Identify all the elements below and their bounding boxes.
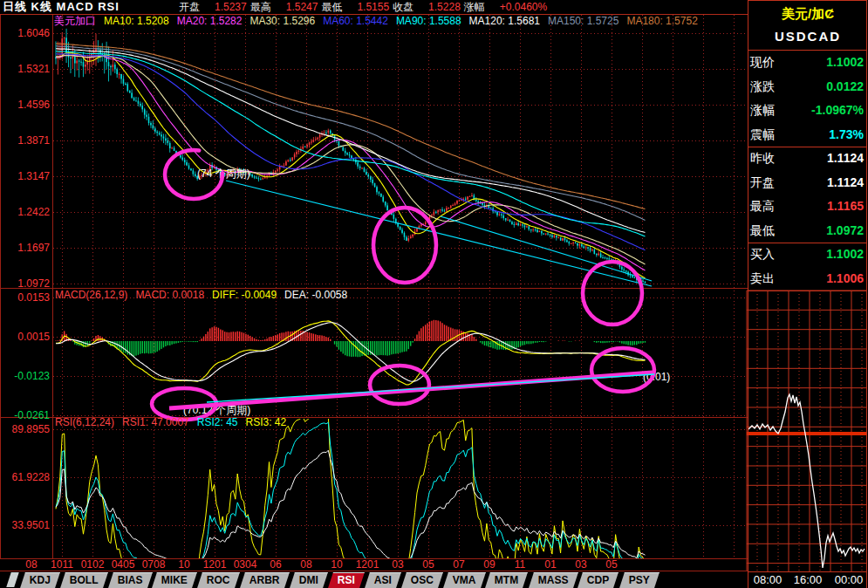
ma-value-item: MA150: 1.5725 [548,15,619,27]
quote-row: 开盘1.1124 [750,171,864,195]
date-axis-label: 08 [290,559,323,571]
tab-mike[interactable]: MIKE [152,572,197,588]
hand-drawn-annotation-layer [152,150,654,420]
macd-axis-label: -0.0261 [0,409,50,421]
quote-label: 开盘 [750,171,775,195]
tab-psy[interactable]: PSY [619,572,660,588]
macd-layer [55,320,646,385]
date-axis-label: 03 [381,559,414,571]
time-label: 16:00 [788,573,828,586]
tab-mtm[interactable]: MTM [485,572,528,588]
tab-asi[interactable]: ASI [365,572,401,588]
ma-value-item: MA60: 1.5442 [323,15,388,27]
date-axis-label: 07 [442,559,475,571]
ma-value-item: MA10: 1.5208 [104,15,169,27]
symbol-label: 美元加口 [54,15,96,27]
macd-header: MACD(26,12,9)MACD: 0.0018DIFF: -0.0049DE… [55,290,355,301]
tab-label: ARBR [249,573,280,588]
title-bar: 日线 K线 MACD RSI 开盘1.5237最高1.5247最低1.5155收… [0,0,747,14]
stat-value: +0.0460% [500,0,547,14]
quote-label: 现价 [750,51,775,75]
tab-label: OSC [411,573,434,588]
tab-bias[interactable]: BIAS [108,572,153,588]
date-axis-label: 1011 [45,559,79,571]
tab-dmi[interactable]: DMI [290,572,328,588]
quote-row: 涨跌0.0122 [750,75,864,99]
rsi-header-item: RSI3: 42 [245,417,286,428]
quote-row: 卖出1.1006 [750,267,864,291]
macd-header-item: DIFF: -0.0049 [212,290,277,301]
date-axis-label: 01 [534,559,567,571]
view-mode-title: 日线 K线 MACD RSI [3,0,120,14]
rsi-axis-label: 33.9501 [0,519,50,531]
tab-label: PSY [629,573,650,588]
price-axis-label: 1.3871 [0,134,50,147]
quote-value: 1.1002 [826,51,864,75]
quote-label: 买入 [750,243,775,267]
rsi-header: RSI(6,12,24)RSI1: 47.0007RSI2: 45RSI3: 4… [55,417,294,428]
indicator-tab-bar: KDJBOLLBIASMIKEROCARBRDMIRSIASIOSCVMAMTM… [0,571,747,588]
quote-row: 涨幅-1.0967% [750,99,864,123]
stat-value: 1.5155 [357,0,389,14]
date-axis-label: 06 [259,559,292,571]
date-axis-label: 11 [503,559,537,571]
ohlc-stats: 开盘1.5237最高1.5247最低1.5155收盘1.5228涨幅+0.046… [179,0,550,14]
quote-row: 最高1.1165 [750,195,864,219]
stat-value: 1.5247 [286,0,318,14]
tab-cdp[interactable]: CDP [578,572,619,588]
ma-values: MA10: 1.5208MA20: 1.5282MA30: 1.5296MA60… [104,15,706,27]
tab-roc[interactable]: ROC [197,572,240,588]
quote-value: 1.1165 [827,195,864,219]
tab-label: ROC [207,573,230,588]
tab-rsi[interactable]: RSI [328,572,365,588]
time-label: 08:00 [748,573,788,586]
quote-value: 1.1002 [826,243,864,267]
date-axis-label: 1201 [198,559,231,571]
quote-value: -1.0967% [811,99,864,123]
stat-label: 最高 [250,0,271,14]
quote-rows: 现价1.1002涨跌0.0122涨幅-1.0967%震幅1.73%昨收1.112… [750,51,864,291]
date-axis-label: 0405 [106,559,140,571]
quote-label: 涨幅 [750,99,775,123]
date-axis-label: 10 [167,559,201,571]
price-axis-label: 1.1697 [0,242,50,254]
macd-header-item: MACD(26,12,9) [55,290,127,301]
tab-arbr[interactable]: ARBR [240,572,290,588]
date-axis-label: 05 [595,559,628,571]
quote-row: 昨收1.1124 [750,147,864,171]
date-axis-label: 08 [15,559,48,571]
rsi-header-item: RSI2: 45 [197,417,238,428]
time-label: 00:00 [829,573,868,586]
tab-mass[interactable]: MASS [529,572,578,588]
stat-label: 开盘 [179,0,200,14]
quote-label: 涨跌 [750,75,775,99]
tab-label: RSI [338,573,355,588]
quote-label: 卖出 [750,267,775,291]
tab-vma[interactable]: VMA [443,572,486,588]
quote-row: 买入1.1002 [750,243,864,267]
price-axis-label: 1.2422 [0,206,50,218]
quote-value: 0.0122 [826,75,864,99]
macd-axis-label: 0.0015 [0,331,50,343]
date-axis-label: 0304 [229,559,262,571]
quote-row: 震幅1.73% [750,123,864,147]
ma-value-item: MA90: 1.5588 [396,15,461,27]
symbol-name: 美元/加Ȼ [748,6,867,23]
tab-label: MASS [538,573,569,588]
ma-overlay-bar: 美元加口 MA10: 1.5208MA20: 1.5282MA30: 1.529… [54,15,706,27]
tab-bar-edge-decoration [6,572,19,587]
rsi-header-item: RSI(6,12,24) [55,417,114,428]
macd-axis-label: 0.0153 [0,291,50,304]
date-axis-label: 10 [320,559,353,571]
tab-label: BIAS [118,573,143,588]
tab-osc[interactable]: OSC [401,572,443,588]
tab-label: DMI [299,573,318,588]
ma-value-item: MA180: 1.5752 [626,15,697,27]
quote-label: 震幅 [750,123,775,147]
date-axis-label: 03 [564,559,598,571]
tab-label: MTM [495,573,518,588]
tab-boll[interactable]: BOLL [60,572,108,588]
date-axis-label: 05 [412,559,445,571]
tab-kdj[interactable]: KDJ [20,572,60,588]
symbol-code: USDCAD [748,29,867,44]
